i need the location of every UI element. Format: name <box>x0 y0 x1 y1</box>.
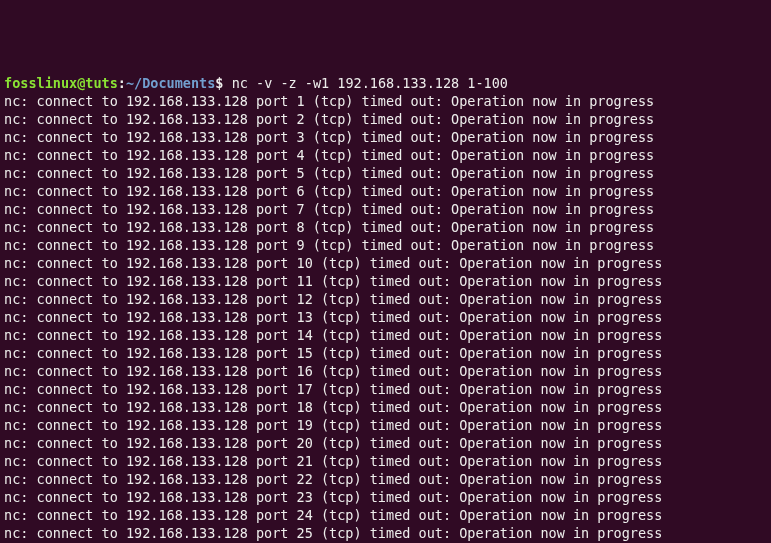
output-line: nc: connect to 192.168.133.128 port 8 (t… <box>4 219 654 235</box>
prompt-user: fosslinux <box>4 75 77 91</box>
output-line: nc: connect to 192.168.133.128 port 15 (… <box>4 345 662 361</box>
prompt-path: ~/Documents <box>126 75 215 91</box>
output-line: nc: connect to 192.168.133.128 port 20 (… <box>4 435 662 451</box>
output-line: nc: connect to 192.168.133.128 port 9 (t… <box>4 237 654 253</box>
prompt-colon: : <box>118 75 126 91</box>
terminal-window[interactable]: fosslinux@tuts:~/Documents$ nc -v -z -w1… <box>4 74 767 543</box>
output-line: nc: connect to 192.168.133.128 port 10 (… <box>4 255 662 271</box>
output-line: nc: connect to 192.168.133.128 port 25 (… <box>4 525 662 541</box>
output-line: nc: connect to 192.168.133.128 port 23 (… <box>4 489 662 505</box>
output-line: nc: connect to 192.168.133.128 port 5 (t… <box>4 165 654 181</box>
output-line: nc: connect to 192.168.133.128 port 6 (t… <box>4 183 654 199</box>
prompt-dollar: $ <box>215 75 231 91</box>
output-line: nc: connect to 192.168.133.128 port 18 (… <box>4 399 662 415</box>
prompt-line: fosslinux@tuts:~/Documents$ nc -v -z -w1… <box>4 75 508 91</box>
command-text: nc -v -z -w1 192.168.133.128 1-100 <box>232 75 508 91</box>
output-line: nc: connect to 192.168.133.128 port 3 (t… <box>4 129 654 145</box>
output-line: nc: connect to 192.168.133.128 port 4 (t… <box>4 147 654 163</box>
output-line: nc: connect to 192.168.133.128 port 2 (t… <box>4 111 654 127</box>
output-line: nc: connect to 192.168.133.128 port 19 (… <box>4 417 662 433</box>
output-line: nc: connect to 192.168.133.128 port 17 (… <box>4 381 662 397</box>
output-line: nc: connect to 192.168.133.128 port 14 (… <box>4 327 662 343</box>
output-line: nc: connect to 192.168.133.128 port 16 (… <box>4 363 662 379</box>
output-line: nc: connect to 192.168.133.128 port 21 (… <box>4 453 662 469</box>
output-line: nc: connect to 192.168.133.128 port 7 (t… <box>4 201 654 217</box>
output-line: nc: connect to 192.168.133.128 port 13 (… <box>4 309 662 325</box>
prompt-host: tuts <box>85 75 118 91</box>
output-line: nc: connect to 192.168.133.128 port 12 (… <box>4 291 662 307</box>
output-line: nc: connect to 192.168.133.128 port 22 (… <box>4 471 662 487</box>
output-line: nc: connect to 192.168.133.128 port 1 (t… <box>4 93 654 109</box>
output-line: nc: connect to 192.168.133.128 port 11 (… <box>4 273 662 289</box>
output-line: nc: connect to 192.168.133.128 port 24 (… <box>4 507 662 523</box>
